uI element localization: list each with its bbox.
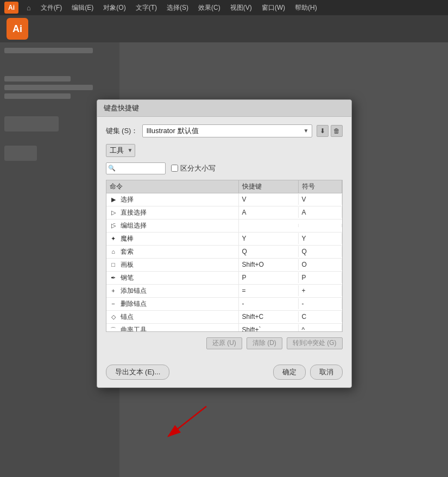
table-body: ▶ 选择 V V ▷ 直接选择 A A ▷̈ 编组选择 ✦ 魔棒 Y xyxy=(106,193,342,332)
cmd-name: 魔棒 xyxy=(121,234,134,243)
menu-bar: Ai ⌂ 文件(F) 编辑(E) 对象(O) 文字(T) 选择(S) 效果(C)… xyxy=(0,0,448,15)
th-symbol: 符号 xyxy=(299,180,342,193)
td-shortcut: A xyxy=(239,207,299,218)
table-row[interactable]: ✒ 钢笔 P P xyxy=(106,272,342,285)
app-logo: Ai xyxy=(4,2,18,14)
menu-select[interactable]: 选择(S) xyxy=(163,2,192,14)
cancel-button[interactable]: 取消 xyxy=(310,365,343,380)
td-shortcut xyxy=(239,224,299,227)
tool-icon: − xyxy=(110,300,117,307)
td-cmd: □ 画板 xyxy=(106,259,239,271)
td-cmd: ✦ 魔棒 xyxy=(106,233,239,245)
undo-button[interactable]: 还原 (U) xyxy=(206,337,242,349)
td-cmd: ⌂ 套索 xyxy=(106,246,239,258)
td-cmd: ◇ 锚点 xyxy=(106,311,239,323)
td-shortcut: - xyxy=(239,298,299,309)
save-keyset-icon[interactable]: ⬇ xyxy=(317,125,329,137)
cmd-name: 套索 xyxy=(121,247,134,256)
canvas-area: 键盘快捷键 键集 (S)： Illustrator 默认值 ▼ xyxy=(119,42,448,477)
td-shortcut: V xyxy=(239,194,299,205)
td-symbol: P xyxy=(299,272,342,283)
tool-icon: ✦ xyxy=(110,235,117,242)
td-cmd: − 删除锚点 xyxy=(106,298,239,310)
table-row[interactable]: − 删除锚点 - - xyxy=(106,298,342,311)
cmd-name: 选择 xyxy=(121,195,134,204)
td-shortcut: Y xyxy=(239,233,299,244)
tool-icon: + xyxy=(110,287,117,294)
ok-button[interactable]: 确定 xyxy=(273,365,306,380)
td-symbol: A xyxy=(299,207,342,218)
table-row[interactable]: ⌒ 曲率工具 Shift+` ^ xyxy=(106,324,342,332)
table-row[interactable]: ▷ 直接选择 A A xyxy=(106,206,342,219)
table-row[interactable]: □ 画板 Shift+O O xyxy=(106,259,342,272)
td-shortcut: = xyxy=(239,285,299,296)
menu-object[interactable]: 对象(O) xyxy=(99,2,129,14)
td-symbol: Y xyxy=(299,233,342,244)
td-cmd: ▶ 选择 xyxy=(106,193,239,206)
table-row[interactable]: ◇ 锚点 Shift+C C xyxy=(106,311,342,324)
tool-icon: ◇ xyxy=(110,313,117,321)
tool-icon: ⌂ xyxy=(110,248,117,255)
goto-conflict-button[interactable]: 转到冲突处 (G) xyxy=(287,337,343,349)
ai-logo-big: Ai xyxy=(7,18,28,40)
keyset-row: 键集 (S)： Illustrator 默认值 ▼ ⬇ 🗑 xyxy=(106,124,343,137)
clear-button[interactable]: 清除 (D) xyxy=(247,337,282,349)
td-shortcut: P xyxy=(239,272,299,283)
menu-edit[interactable]: 编辑(E) xyxy=(68,2,97,14)
td-shortcut: Q xyxy=(239,246,299,257)
shortcuts-table[interactable]: 命令 快捷键 符号 ▶ 选择 V V ▷ 直接选择 A A xyxy=(106,180,343,332)
keyset-select-wrapper[interactable]: Illustrator 默认值 ▼ xyxy=(142,124,312,137)
menu-text[interactable]: 文字(T) xyxy=(132,2,161,14)
home-icon[interactable]: ⌂ xyxy=(23,2,35,14)
title-bar: Ai xyxy=(0,15,448,42)
table-header: 命令 快捷键 符号 xyxy=(106,180,342,193)
td-symbol: C xyxy=(299,311,342,322)
cmd-name: 画板 xyxy=(121,260,134,269)
delete-keyset-icon[interactable]: 🗑 xyxy=(331,125,343,137)
dialog-body: 键集 (S)： Illustrator 默认值 ▼ ⬇ 🗑 xyxy=(97,117,351,359)
tool-select-wrapper[interactable]: 工具 ▼ xyxy=(106,144,135,157)
keyset-select[interactable]: Illustrator 默认值 xyxy=(142,124,312,137)
td-cmd: + 添加锚点 xyxy=(106,285,239,297)
table-row[interactable]: ✦ 魔棒 Y Y xyxy=(106,233,342,246)
td-cmd: ✒ 钢笔 xyxy=(106,272,239,284)
tool-icon: ✒ xyxy=(110,274,117,281)
keyset-icons: ⬇ 🗑 xyxy=(317,125,343,137)
table-row[interactable]: ▶ 选择 V V xyxy=(106,193,342,206)
table-row[interactable]: + 添加锚点 = + xyxy=(106,285,342,298)
case-sensitive-checkbox[interactable] xyxy=(171,165,178,172)
menu-view[interactable]: 视图(V) xyxy=(226,2,256,14)
menu-help[interactable]: 帮助(H) xyxy=(291,2,321,14)
export-text-button[interactable]: 导出文本 (E)... xyxy=(106,365,170,380)
menu-effect[interactable]: 效果(C) xyxy=(194,2,224,14)
td-shortcut: Shift+O xyxy=(239,259,299,270)
tool-icon: □ xyxy=(110,261,117,268)
menu-window[interactable]: 窗口(W) xyxy=(258,2,289,14)
cmd-name: 锚点 xyxy=(121,312,134,322)
cmd-name: 删除锚点 xyxy=(121,299,147,309)
dialog-title: 键盘快捷键 xyxy=(104,103,139,113)
td-symbol: ^ xyxy=(299,324,342,332)
menu-file[interactable]: 文件(F) xyxy=(37,2,66,14)
td-symbol: + xyxy=(299,285,342,296)
td-symbol xyxy=(299,224,342,227)
td-cmd: ▷ 直接选择 xyxy=(106,206,239,219)
search-wrapper: 🔍 xyxy=(106,162,166,174)
td-symbol: V xyxy=(299,194,342,205)
tool-select[interactable]: 工具 xyxy=(106,144,135,157)
cmd-name: 添加锚点 xyxy=(121,286,147,296)
case-sensitive-label[interactable]: 区分大小写 xyxy=(171,164,216,173)
th-command: 命令 xyxy=(106,180,239,193)
workspace: 键盘快捷键 键集 (S)： Illustrator 默认值 ▼ xyxy=(0,42,448,477)
tool-icon: ⌒ xyxy=(110,326,117,332)
table-row[interactable]: ▷̈ 编组选择 xyxy=(106,219,342,233)
td-shortcut: Shift+C xyxy=(239,311,299,322)
td-cmd: ▷̈ 编组选择 xyxy=(106,219,239,232)
action-row: 还原 (U) 清除 (D) 转到冲突处 (G) xyxy=(106,337,343,349)
table-row[interactable]: ⌂ 套索 Q Q xyxy=(106,246,342,259)
search-input[interactable] xyxy=(106,162,166,174)
tool-row: 工具 ▼ xyxy=(106,144,343,157)
td-symbol: O xyxy=(299,259,342,270)
td-shortcut: Shift+` xyxy=(239,324,299,332)
keyboard-shortcuts-dialog: 键盘快捷键 键集 (S)： Illustrator 默认值 ▼ xyxy=(97,99,352,388)
